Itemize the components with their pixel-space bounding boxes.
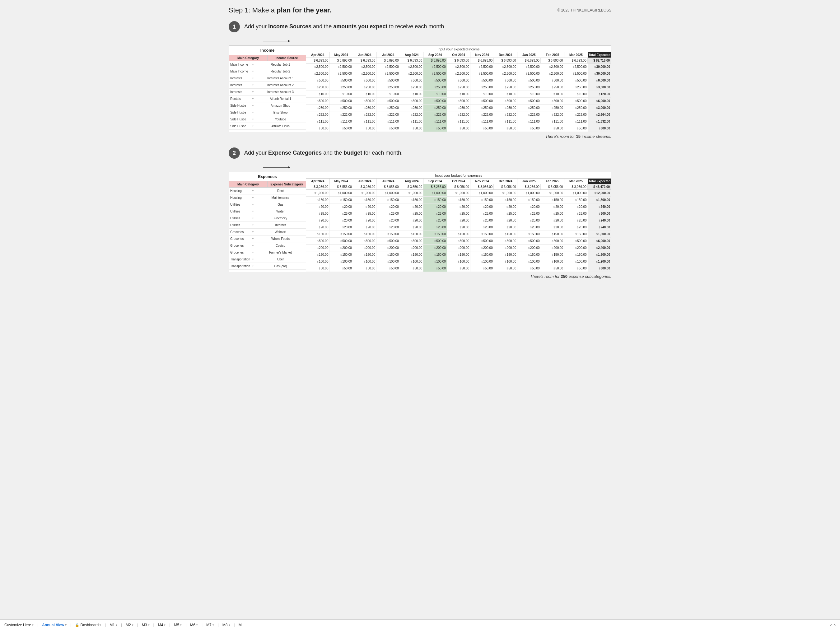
data-cell: $20.00 [330,204,353,210]
table-row: $100.00$100.00$100.00$100.00$100.00$100.… [306,258,611,265]
month-header-cell: Sep 2024 [423,52,447,58]
data-cell: $500.00 [517,77,541,84]
data-cell: $200.00 [400,245,423,251]
data-cell: $250.00 [400,104,423,111]
data-cell: $250.00 [400,84,423,90]
category-cell: Interests ▾ [229,82,255,88]
data-cell: $10.00 [400,91,423,97]
data-cell: $250.00 [471,84,494,90]
dropdown-arrow[interactable]: ▾ [252,203,254,206]
data-cell: $50.00 [471,265,494,272]
dropdown-arrow[interactable]: ▾ [252,70,254,73]
dropdown-arrow[interactable]: ▾ [252,251,254,254]
data-cell: $222.00 [447,111,471,118]
month-header-cell: May 2024 [330,52,353,58]
income-left-rows: Main Income ▾ Regular Job 1 Main Income … [229,61,306,130]
table-row: Side Hustle ▾ Etsy Shop [229,109,306,116]
category-cell: Groceries ▾ [229,235,255,242]
data-cell: $20.00 [306,224,330,231]
data-cell: $50.00 [400,125,423,132]
data-cell: $200.00 [564,245,588,251]
data-cell: $222.00 [494,111,517,118]
category-cell: Utilities ▾ [229,222,255,228]
data-cell: $500.00 [330,98,353,104]
dropdown-arrow[interactable]: ▾ [252,265,254,268]
category-cell: Housing ▾ [229,194,255,201]
table-row: $500.00$500.00$500.00$500.00$500.00$500.… [306,238,611,245]
dropdown-arrow[interactable]: ▾ [252,90,254,93]
month-header-cell: Jun 2024 [353,178,376,184]
table-row: Side Hustle ▾ Amazon Shop [229,103,306,109]
dropdown-arrow[interactable]: ▾ [252,244,254,247]
category-cell: Groceries ▾ [229,229,255,235]
category-cell: Side Hustle ▾ [229,116,255,123]
data-cell: $12,000.00 [588,190,611,196]
data-cell: $150.00 [541,251,564,258]
data-cell: $50.00 [471,125,494,132]
dropdown-arrow[interactable]: ▾ [252,97,254,100]
dropdown-arrow[interactable]: ▾ [252,104,254,107]
dropdown-arrow[interactable]: ▾ [252,125,254,128]
expenses-panel-header: Main Category Expense Subcategory [229,182,306,188]
data-cell: $50.00 [376,265,400,272]
data-cell: $222.00 [471,111,494,118]
data-cell: $120.00 [588,91,611,97]
table-row: $10.00$10.00$10.00$10.00$10.00$10.00$10.… [306,91,611,98]
data-cell: $20.00 [400,224,423,231]
data-cell: $150.00 [517,197,541,203]
dropdown-arrow[interactable]: ▾ [252,63,254,66]
data-cell: $25.00 [447,210,471,217]
data-cell: $10.00 [376,91,400,97]
expenses-month-header: Apr 2024May 2024Jun 2024Jul 2024Aug 2024… [306,178,611,184]
data-cell: $25.00 [376,210,400,217]
table-row: $50.00$50.00$50.00$50.00$50.00$50.00$50.… [306,125,611,132]
data-cell: $500.00 [400,98,423,104]
dropdown-arrow[interactable]: ▾ [252,224,254,226]
data-cell: $2,500.00 [564,70,588,77]
dropdown-arrow[interactable]: ▾ [252,210,254,213]
dropdown-arrow[interactable]: ▾ [252,189,254,192]
dropdown-arrow[interactable]: ▾ [252,258,254,261]
subcategory-cell: Gas (car) [255,264,306,268]
data-cell: $20.00 [447,217,471,224]
total-cell: $ 3,256.00 [517,184,541,189]
data-cell: $10.00 [423,91,447,97]
expenses-left-panel: Expenses Main Category Expense Subcatego… [229,172,306,272]
dropdown-arrow[interactable]: ▾ [252,77,254,80]
data-cell: $500.00 [330,77,353,84]
expenses-total-row: $ 3,256.00$ 3,556.00$ 3,256.00$ 3,056.00… [306,184,611,190]
data-cell: $6,000.00 [588,98,611,104]
data-cell: $50.00 [494,125,517,132]
data-cell: $20.00 [471,224,494,231]
data-cell: $10.00 [447,91,471,97]
data-cell: $1,000.00 [471,190,494,196]
subcategory-cell: Maintenance [255,196,306,199]
expenses-right-table: Input your budget for expenses Apr 2024M… [306,172,611,272]
data-cell: $2,664.00 [588,111,611,118]
dropdown-arrow[interactable]: ▾ [252,118,254,121]
category-cell: Interests ▾ [229,75,255,82]
total-cell: $ 3,556.00 [400,184,423,189]
dropdown-arrow[interactable]: ▾ [252,237,254,240]
data-cell: $100.00 [306,258,330,265]
data-cell: $1,800.00 [588,251,611,258]
total-cell: $ 3,256.00 [353,184,376,189]
table-row: Main Income ▾ Regular Job 1 [229,61,306,68]
total-cell: $ 6,893.00 [494,58,517,63]
data-cell: $20.00 [400,217,423,224]
page-container: Step 1: Make a plan for the year. © 2023… [223,0,617,300]
data-cell: $111.00 [471,118,494,125]
data-cell: $240.00 [588,224,611,231]
step2-section: 2 Add your Expense Categories and the bu… [229,145,611,282]
dropdown-arrow[interactable]: ▾ [252,217,254,219]
data-cell: $500.00 [447,77,471,84]
data-cell: $150.00 [306,251,330,258]
data-cell: $20.00 [447,224,471,231]
table-row: $1,000.00$1,000.00$1,000.00$1,000.00$1,0… [306,190,611,197]
dropdown-arrow[interactable]: ▾ [252,231,254,233]
data-cell: $1,000.00 [400,190,423,196]
dropdown-arrow[interactable]: ▾ [252,84,254,87]
dropdown-arrow[interactable]: ▾ [252,111,254,114]
data-cell: $500.00 [494,238,517,244]
dropdown-arrow[interactable]: ▾ [252,196,254,199]
